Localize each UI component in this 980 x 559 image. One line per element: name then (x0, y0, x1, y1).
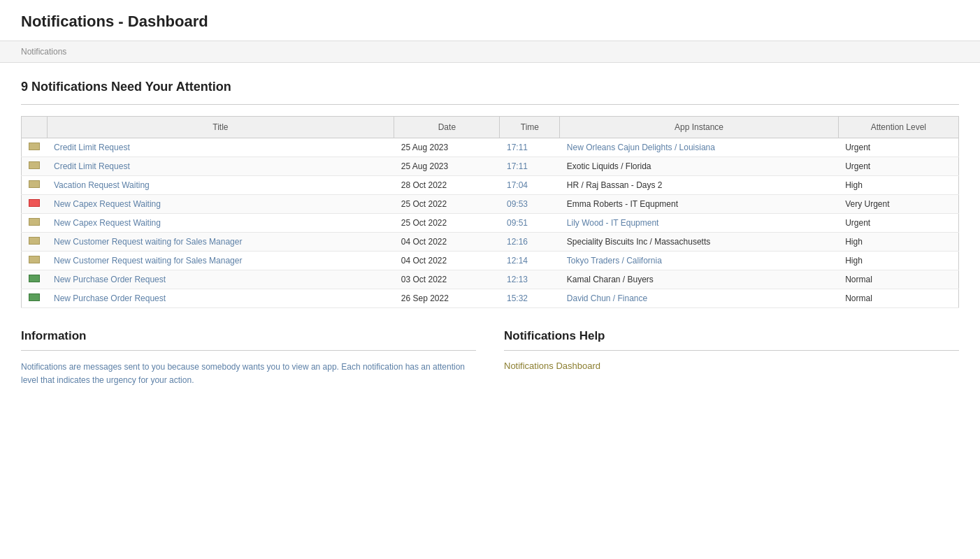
time-value: 09:51 (507, 218, 528, 228)
notification-attention-level: Normal (838, 270, 958, 289)
table-row: New Capex Request Waiting25 Oct 202209:5… (22, 195, 959, 214)
info-divider (21, 350, 476, 351)
breadcrumb: Notifications (0, 41, 980, 63)
col-header-icon (22, 117, 48, 138)
main-content: 9 Notifications Need Your Attention Titl… (0, 63, 980, 404)
table-row: New Customer Request waiting for Sales M… (22, 252, 959, 270)
table-row: New Purchase Order Request03 Oct 202212:… (22, 270, 959, 289)
title-link[interactable]: New Customer Request waiting for Sales M… (54, 256, 242, 266)
envelope-icon (29, 218, 40, 226)
table-row: Credit Limit Request25 Aug 202317:11Exot… (22, 157, 959, 176)
notification-date: 25 Aug 2023 (394, 138, 500, 157)
table-row: New Purchase Order Request26 Sep 202215:… (22, 289, 959, 308)
notification-date: 26 Sep 2022 (394, 289, 500, 308)
notification-attention-level: Urgent (838, 138, 958, 157)
notifications-dashboard-link[interactable]: Notifications Dashboard (504, 361, 600, 371)
notification-time[interactable]: 17:04 (500, 176, 560, 195)
envelope-icon (29, 275, 40, 282)
notification-icon-cell (22, 233, 48, 252)
time-value: 17:11 (507, 161, 528, 171)
notification-app-instance[interactable]: Lily Wood - IT Equpment (560, 214, 838, 233)
notification-app-instance: Exotic Liquids / Florida (560, 157, 838, 176)
info-panel: Information Notifications are messages s… (21, 329, 476, 387)
envelope-icon (29, 293, 40, 301)
title-link[interactable]: New Purchase Order Request (54, 293, 166, 303)
notification-app-instance: Speciality Biscuits Inc / Massachusetts (560, 233, 838, 252)
notification-attention-level: Normal (838, 289, 958, 308)
notification-date: 03 Oct 2022 (394, 270, 500, 289)
notification-title[interactable]: New Purchase Order Request (47, 289, 394, 308)
time-link[interactable]: 17:11 (507, 143, 528, 152)
bottom-section: Information Notifications are messages s… (21, 329, 959, 387)
notification-title[interactable]: Vacation Request Waiting (47, 176, 394, 195)
col-header-app-instance: App Instance (560, 117, 838, 138)
notification-time[interactable]: 17:11 (500, 138, 560, 157)
app-instance-link[interactable]: New Orleans Cajun Delights / Louisiana (567, 143, 715, 152)
notification-icon-cell (22, 214, 48, 233)
notification-title[interactable]: New Customer Request waiting for Sales M… (47, 233, 394, 252)
notification-date: 04 Oct 2022 (394, 252, 500, 270)
app-instance-link[interactable]: Tokyo Traders / California (567, 256, 662, 266)
notification-app-instance: Emma Roberts - IT Equpment (560, 195, 838, 214)
notification-title[interactable]: New Customer Request waiting for Sales M… (47, 252, 394, 270)
notification-icon-cell (22, 289, 48, 308)
info-text: Notifications are messages sent to you b… (21, 361, 476, 387)
notification-date: 04 Oct 2022 (394, 233, 500, 252)
title-link[interactable]: Credit Limit Request (54, 143, 130, 152)
notification-title[interactable]: New Capex Request Waiting (47, 195, 394, 214)
col-header-time: Time (500, 117, 560, 138)
time-value: 12:16 (507, 237, 528, 247)
notification-attention-level: Urgent (838, 214, 958, 233)
envelope-icon (29, 161, 40, 169)
page-title: Notifications - Dashboard (0, 0, 980, 41)
time-link[interactable]: 12:14 (507, 256, 528, 266)
title-link[interactable]: New Customer Request waiting for Sales M… (54, 237, 242, 247)
notification-icon-cell (22, 252, 48, 270)
notification-time: 15:32 (500, 289, 560, 308)
notification-attention-level: High (838, 252, 958, 270)
notification-title[interactable]: Credit Limit Request (47, 138, 394, 157)
time-link[interactable]: 17:04 (507, 180, 528, 190)
notification-attention-level: Very Urgent (838, 195, 958, 214)
section-heading: 9 Notifications Need Your Attention (21, 80, 959, 94)
table-row: New Customer Request waiting for Sales M… (22, 233, 959, 252)
time-value: 12:13 (507, 275, 528, 284)
title-link[interactable]: Vacation Request Waiting (54, 180, 150, 190)
notification-title[interactable]: Credit Limit Request (47, 157, 394, 176)
notifications-table: Title Date Time App Instance Attention L… (21, 116, 959, 308)
table-row: Vacation Request Waiting28 Oct 202217:04… (22, 176, 959, 195)
notification-attention-level: High (838, 176, 958, 195)
app-instance-link[interactable]: David Chun / Finance (567, 293, 647, 303)
notification-icon-cell (22, 138, 48, 157)
notification-app-instance[interactable]: Tokyo Traders / California (560, 252, 838, 270)
notification-icon-cell (22, 195, 48, 214)
notification-time: 09:53 (500, 195, 560, 214)
notification-icon-cell (22, 157, 48, 176)
title-link[interactable]: Credit Limit Request (54, 161, 130, 171)
time-value: 09:53 (507, 199, 528, 209)
help-heading: Notifications Help (504, 329, 959, 343)
notification-title[interactable]: New Capex Request Waiting (47, 214, 394, 233)
envelope-icon (29, 199, 40, 207)
app-instance-link[interactable]: Lily Wood - IT Equpment (567, 218, 659, 228)
help-divider (504, 350, 959, 351)
title-link[interactable]: New Capex Request Waiting (54, 199, 161, 209)
notification-time: 12:16 (500, 233, 560, 252)
notification-app-instance[interactable]: New Orleans Cajun Delights / Louisiana (560, 138, 838, 157)
notification-date: 25 Aug 2023 (394, 157, 500, 176)
notification-title[interactable]: New Purchase Order Request (47, 270, 394, 289)
title-link[interactable]: New Purchase Order Request (54, 275, 166, 284)
notification-date: 25 Oct 2022 (394, 214, 500, 233)
notification-time: 12:13 (500, 270, 560, 289)
notification-time[interactable]: 12:14 (500, 252, 560, 270)
envelope-icon (29, 256, 40, 263)
title-link[interactable]: New Capex Request Waiting (54, 218, 161, 228)
col-header-attention: Attention Level (838, 117, 958, 138)
help-panel: Notifications Help Notifications Dashboa… (504, 329, 959, 387)
notification-time: 17:11 (500, 157, 560, 176)
notification-attention-level: High (838, 233, 958, 252)
notification-app-instance[interactable]: David Chun / Finance (560, 289, 838, 308)
notification-icon-cell (22, 270, 48, 289)
time-value: 15:32 (507, 293, 528, 303)
notification-date: 28 Oct 2022 (394, 176, 500, 195)
